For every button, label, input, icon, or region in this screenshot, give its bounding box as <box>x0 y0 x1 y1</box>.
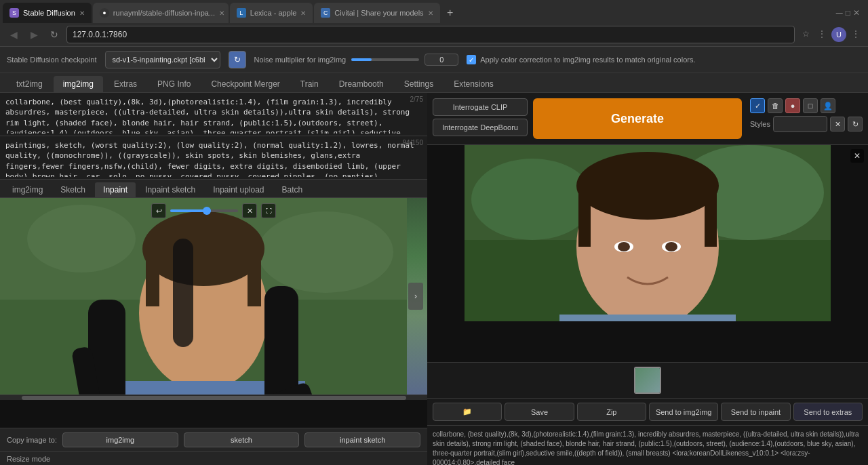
sub-tab-inpaint-upload[interactable]: Inpaint upload <box>205 182 272 197</box>
reload-button[interactable]: ↻ <box>46 26 62 43</box>
sub-tab-batch[interactable]: Batch <box>274 182 311 197</box>
forward-button[interactable]: ▶ <box>26 26 42 43</box>
tab-extensions[interactable]: Extensions <box>444 76 503 92</box>
canvas-horizontal-scrollbar[interactable] <box>0 395 427 400</box>
tab-lexica[interactable]: L Lexica - apple ✕ <box>230 3 313 23</box>
result-thumbnail-row <box>427 362 868 398</box>
close-button[interactable]: ✕ <box>853 8 860 18</box>
tab-label-3: Lexica - apple <box>250 9 297 17</box>
tab-close-2[interactable]: ✕ <box>219 9 224 17</box>
result-thumbnail-1[interactable] <box>634 367 661 394</box>
color-correction-checkbox[interactable]: ✓ <box>467 55 476 64</box>
canvas-undo-button[interactable]: ↩ <box>151 203 166 218</box>
tab-txt2img[interactable]: txt2img <box>7 76 52 92</box>
tab-png-info[interactable]: PNG Info <box>148 76 200 92</box>
negative-prompt-textarea[interactable]: paintings, sketch, (worst quality:2), (l… <box>0 136 427 177</box>
tab-train[interactable]: Train <box>291 76 328 92</box>
tab-close-1[interactable]: ✕ <box>79 9 85 17</box>
canvas-background-svg <box>0 198 407 395</box>
positive-prompt-textarea[interactable]: collarbone, (best quality),(8k, 3d),(pho… <box>0 93 427 134</box>
result-image-svg <box>427 145 868 321</box>
address-bar: ◀ ▶ ↻ 127.0.0.1:7860 ☆ ⋮ U ⋮ <box>0 23 868 46</box>
styles-input[interactable] <box>773 116 827 132</box>
svg-point-1 <box>27 205 136 272</box>
styles-refresh-button[interactable]: ↻ <box>848 117 863 132</box>
sub-tab-img2img[interactable]: img2img <box>4 182 51 197</box>
canvas-expand-button[interactable]: ⛶ <box>261 203 276 218</box>
zip-button[interactable]: Zip <box>577 403 646 421</box>
result-close-button[interactable]: ✕ <box>850 149 864 163</box>
profile-icon[interactable]: U <box>831 27 846 42</box>
tab-checkpoint-merger[interactable]: Checkpoint Merger <box>201 76 289 92</box>
send-to-img2img-button[interactable]: Send to img2img <box>649 403 718 421</box>
tab-civitai[interactable]: C Civitai | Share your models ✕ <box>314 3 439 23</box>
svg-rect-22 <box>705 186 717 247</box>
svg-rect-6 <box>146 252 159 306</box>
canvas-close-button[interactable]: ✕ <box>242 203 257 218</box>
main-content: 2/75 collarbone, (best quality),(8k, 3d)… <box>0 93 868 465</box>
sub-tab-inpaint-sketch[interactable]: Inpaint sketch <box>137 182 203 197</box>
save-button[interactable]: Save <box>505 403 574 421</box>
back-button[interactable]: ◀ <box>5 26 22 43</box>
brush-size-slider[interactable] <box>170 209 238 212</box>
style-icon-2[interactable]: 🗑 <box>768 98 783 113</box>
tab-close-4[interactable]: ✕ <box>428 9 433 17</box>
url-input[interactable]: 127.0.0.1:7860 <box>66 26 795 43</box>
style-icon-4[interactable]: □ <box>803 98 818 113</box>
copy-to-sketch-button[interactable]: sketch <box>184 432 300 447</box>
brush-slider-section: ↩ ✕ ⛶ <box>151 203 276 218</box>
style-icon-3[interactable]: ● <box>785 98 800 113</box>
sub-tab-sketch[interactable]: Sketch <box>52 182 94 197</box>
style-icon-1[interactable]: ✓ <box>750 98 765 113</box>
tab-extras[interactable]: Extras <box>104 76 146 92</box>
canvas-expand-right-button[interactable]: › <box>408 283 423 310</box>
open-folder-button[interactable]: 📁 <box>433 403 502 421</box>
svg-rect-28 <box>559 315 736 321</box>
tab-dreambooth[interactable]: Dreambooth <box>330 76 393 92</box>
tab-favicon-4: C <box>321 8 330 18</box>
send-to-extras-button[interactable]: Send to extras <box>793 403 863 421</box>
folder-icon: 📁 <box>462 407 472 416</box>
tab-stable-diffusion[interactable]: S Stable Diffusion ✕ <box>3 3 92 23</box>
menu-icon[interactable]: ⋮ <box>849 27 863 41</box>
checkpoint-refresh-button[interactable]: ↻ <box>229 51 246 68</box>
style-icons-row: ✓ 🗑 ● □ 👤 <box>750 98 863 113</box>
minimize-button[interactable]: ─ <box>836 7 843 18</box>
send-to-inpaint-button[interactable]: Send to inpaint <box>721 403 790 421</box>
canvas-wrapper: ↩ ✕ ⛶ <box>0 198 427 428</box>
tab-favicon-1: S <box>9 8 19 18</box>
action-buttons-row: 📁 Save Zip Send to img2img Send to inpai… <box>427 398 868 425</box>
style-icon-5[interactable]: 👤 <box>821 98 835 113</box>
tab-label-2: runaymI/stable-diffusion-inpa... <box>113 9 215 17</box>
checkpoint-select[interactable]: sd-v1-5-inpainting.ckpt [c6bbc15e32] <box>105 51 220 68</box>
svg-point-26 <box>665 242 677 251</box>
extensions-icon[interactable]: ⋮ <box>815 27 829 41</box>
nav-icons: ☆ ⋮ U ⋮ <box>799 27 863 42</box>
maximize-button[interactable]: □ <box>846 8 850 18</box>
noise-value[interactable]: 0 <box>425 54 458 66</box>
color-correction-label: Apply color correction to img2img result… <box>480 56 695 64</box>
bookmark-icon[interactable]: ☆ <box>799 27 812 41</box>
inpaint-canvas[interactable]: › <box>0 198 427 395</box>
copy-to-img2img-button[interactable]: img2img <box>62 432 178 447</box>
svg-rect-21 <box>578 186 591 247</box>
styles-add-button[interactable]: ✕ <box>830 117 845 132</box>
interrogate-deepbooru-button[interactable]: Interrogate DeepBooru <box>433 119 528 136</box>
new-tab-button[interactable]: + <box>441 4 459 22</box>
tab-img2img[interactable]: img2img <box>54 76 103 92</box>
generate-button[interactable]: Generate <box>533 98 742 139</box>
tab-settings[interactable]: Settings <box>395 76 443 92</box>
tab-favicon-3: L <box>237 8 246 18</box>
tab-bar: S Stable Diffusion ✕ ● runaymI/stable-di… <box>0 0 868 23</box>
copy-to-inpaint-sketch-button[interactable]: inpaint sketch <box>304 432 420 447</box>
negative-prompt-counter: 94/150 <box>402 139 423 146</box>
noise-slider[interactable] <box>351 58 419 61</box>
tab-close-3[interactable]: ✕ <box>300 9 306 17</box>
interrogate-clip-button[interactable]: Interrogate CLIP <box>433 98 528 116</box>
checkpoint-label: Stable Diffusion checkpoint <box>7 56 97 64</box>
tab-label-4: Civitai | Share your models <box>334 9 423 17</box>
tab-runayml[interactable]: ● runaymI/stable-diffusion-inpa... ✕ <box>93 3 229 23</box>
svg-rect-14 <box>173 239 193 347</box>
tab-favicon-2: ● <box>100 8 109 18</box>
sub-tab-inpaint[interactable]: Inpaint <box>95 182 136 197</box>
